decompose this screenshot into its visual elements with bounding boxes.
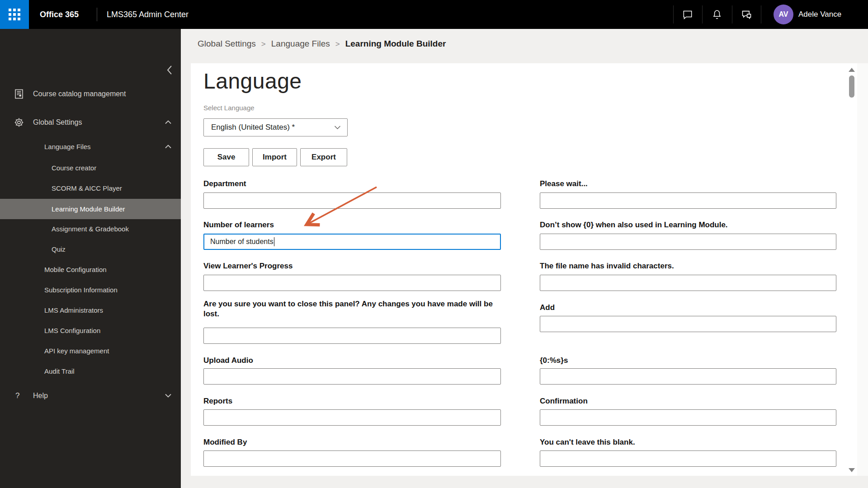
sidebar-item-label: Course catalog management [33,86,126,102]
sidebar-collapse-button[interactable] [163,63,176,77]
app-launcher-button[interactable] [0,0,29,29]
number-of-learners-label: Number of learners [203,220,501,230]
app-title: LMS365 Admin Center [107,0,189,29]
top-bar: Office 365 LMS365 Admin Center AV Adele … [0,0,868,29]
invalid-characters-input[interactable] [540,275,836,291]
sidebar-item-lms-configuration[interactable]: LMS Configuration [0,323,181,339]
icon-divider [702,5,703,23]
sidebar-item-api-key-management[interactable]: API key management [0,343,181,359]
confirmation-input[interactable] [540,409,836,426]
close-panel-warning-label: Are you sure you want to close this pane… [203,299,501,319]
sidebar-item-global-settings[interactable]: Global Settings [0,114,181,131]
sidebar-item-language-files[interactable]: Language Files [0,139,181,155]
sidebar-item-mobile-configuration[interactable]: Mobile Configuration [0,262,181,278]
sidebar-item-label: Audit Trail [44,363,75,380]
sidebar-item-label: Subscription Information [44,282,118,298]
sidebar-item-audit-trail[interactable]: Audit Trail [0,363,181,380]
sidebar-item-label: LMS Administrators [44,302,103,319]
number-of-learners-value: Number of students [210,238,274,246]
blank-warning-label: You can't leave this blank. [540,437,836,447]
sidebar-item-label: Mobile Configuration [44,262,107,278]
chat-button[interactable] [675,0,700,29]
feedback-button[interactable] [734,0,759,29]
dont-show-input[interactable] [540,234,836,250]
number-of-learners-input[interactable]: Number of students [203,234,501,250]
select-language-label: Select Language [203,104,255,112]
user-name[interactable]: Adele Vance [798,0,841,29]
modified-by-label: Modified By [203,437,501,447]
brand-title: Office 365 [40,0,79,29]
bell-icon [711,9,723,20]
sidebar-item-help[interactable]: ? Help [0,388,181,404]
export-button[interactable]: Export [300,148,347,166]
view-learners-progress-input[interactable] [203,275,501,291]
breadcrumb-separator: > [261,40,266,48]
sidebar-item-label: Course creator [52,160,96,176]
sidebar-item-course-creator[interactable]: Course creator [0,160,181,176]
reports-input[interactable] [203,409,501,426]
language-select-value: English (United States) * [211,123,334,132]
chevron-down-icon[interactable] [165,393,172,398]
page-title: Language [203,69,302,94]
format-string-input[interactable] [540,368,836,385]
scrollbar-up-arrow[interactable] [849,68,855,72]
breadcrumb: Global Settings>Language Files>Learning … [198,39,446,49]
notifications-button[interactable] [704,0,730,29]
chevron-up-icon[interactable] [165,144,172,149]
chat-icon [682,9,693,20]
icon-divider [761,5,761,23]
add-input[interactable] [540,316,836,332]
scrollbar-thumb[interactable] [849,75,854,98]
department-label: Department [203,179,501,189]
sidebar-item-label: API key management [44,343,109,359]
sidebar: Course catalog management Global Setting… [0,29,181,488]
upload-audio-label: Upload Audio [203,356,501,366]
close-panel-warning-input[interactable] [203,328,501,344]
feedback-icon [741,9,753,21]
reports-label: Reports [203,396,501,406]
please-wait-input[interactable] [540,192,836,209]
invalid-characters-label: The file name has invalid characters. [540,261,836,271]
confirmation-label: Confirmation [540,396,836,406]
sidebar-item-assignment-gradebook[interactable]: Assignment & Gradebook [0,221,181,237]
catalog-icon [14,89,24,99]
waffle-icon [9,9,20,20]
please-wait-label: Please wait... [540,179,836,189]
department-input[interactable] [203,192,501,209]
sidebar-item-label: SCORM & AICC Player [52,180,122,197]
action-buttons: Save Import Export [203,148,347,166]
icon-divider [732,5,732,23]
sidebar-item-learning-module-builder[interactable]: Learning Module Builder [0,199,181,219]
breadcrumb-item[interactable]: Language Files [271,39,330,48]
breadcrumb-item[interactable]: Global Settings [198,39,256,48]
format-string-label: {0:%s}s [540,356,836,366]
sidebar-item-label: Help [33,388,48,404]
save-button[interactable]: Save [203,148,249,166]
import-button[interactable]: Import [252,148,297,166]
breadcrumb-separator: > [335,40,340,48]
avatar[interactable]: AV [774,5,793,24]
text-caret [274,237,275,246]
sidebar-item-course-catalog-management[interactable]: Course catalog management [0,86,181,102]
upload-audio-input[interactable] [203,368,501,385]
language-select[interactable]: English (United States) * [203,118,348,136]
help-icon: ? [15,388,26,404]
sidebar-item-subscription-information[interactable]: Subscription Information [0,282,181,298]
sidebar-item-label: Global Settings [33,114,82,131]
sidebar-item-scorm-aicc-player[interactable]: SCORM & AICC Player [0,180,181,197]
scrollbar-down-arrow[interactable] [849,468,855,472]
modified-by-input[interactable] [203,450,501,467]
view-learners-progress-label: View Learner's Progress [203,261,501,271]
topbar-divider [97,8,97,21]
chevron-left-icon [166,65,173,75]
breadcrumb-item-current: Learning Module Builder [345,39,446,48]
chevron-down-icon [334,125,341,130]
blank-warning-input[interactable] [540,450,836,467]
add-label: Add [540,303,836,313]
sidebar-item-lms-administrators[interactable]: LMS Administrators [0,302,181,319]
sidebar-item-label: Language Files [44,139,91,155]
sidebar-item-label: LMS Configuration [44,323,100,339]
gear-icon [14,117,24,128]
chevron-up-icon[interactable] [165,120,172,125]
sidebar-item-quiz[interactable]: Quiz [0,241,181,258]
